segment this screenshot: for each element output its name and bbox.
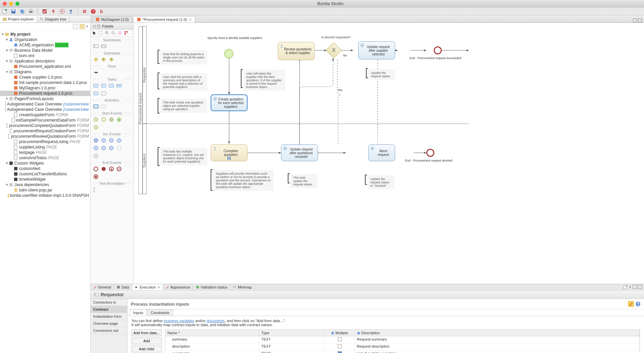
new-icon[interactable] [2, 9, 7, 14]
deploy-icon[interactable] [51, 9, 56, 14]
bonita-icon[interactable]: b [99, 9, 105, 14]
cell-name[interactable]: supplierIds [165, 350, 259, 353]
pool-icon[interactable] [93, 44, 99, 49]
marquee-tool-icon[interactable] [98, 31, 104, 36]
service-task-icon[interactable] [93, 83, 99, 88]
tree-jar-item[interactable]: bonita-userfilter-initiator-impl-1.0.0-S… [0, 193, 90, 198]
end-terminate-icon[interactable] [93, 174, 99, 179]
link-business-variables[interactable]: business variables [164, 319, 194, 323]
save-all-icon[interactable] [19, 9, 25, 14]
tree-widget-item[interactable]: customListTransferButtons [0, 171, 90, 177]
maximize-view-button[interactable] [638, 285, 642, 289]
tree-org-item[interactable]: ACME.organization(active) [0, 42, 90, 48]
lane-icon[interactable] [101, 44, 106, 49]
annotation[interactable]: This task update the request status [290, 174, 317, 188]
tree-diagram-item[interactable]: Procurement request-1.0.proc [0, 91, 90, 96]
cell-name[interactable]: summary [165, 336, 259, 343]
start-timer-icon[interactable] [109, 117, 114, 122]
sequence-flow-icon[interactable] [93, 70, 99, 75]
cell-type[interactable]: TEXT [259, 350, 325, 353]
table-row[interactable]: summary TEXT Request summary [165, 336, 640, 343]
palette-back-icon[interactable]: ◁ [93, 24, 95, 28]
tree-page-item[interactable]: testpagePAGE [0, 150, 90, 155]
tree-diagram-item[interactable]: Init sample procurement data-1.0.proc [0, 80, 90, 85]
int-message-icon[interactable] [116, 138, 122, 143]
task-complete-quotation[interactable]: Complete quotation [211, 144, 248, 161]
start-error-icon[interactable] [93, 125, 99, 130]
int-signal-icon[interactable] [93, 145, 99, 151]
tree-widgets[interactable]: ▼Custom Widgets [0, 161, 90, 166]
tree-page-item[interactable]: procurementReviewQuotationsFormFORM [0, 134, 90, 139]
zoom-out-icon[interactable]: - [111, 31, 116, 36]
call-activity-icon[interactable] [93, 104, 99, 109]
view-menu-icon[interactable]: ▾ [86, 24, 88, 29]
tree-page-item[interactable]: procurementCompleteQuotationFormFORM [0, 123, 90, 128]
task-abort-request[interactable]: Abort request [368, 144, 395, 161]
new-view-icon[interactable]: + [623, 285, 628, 290]
subtab-constraints[interactable]: Constraints [147, 309, 173, 316]
subprocess-icon[interactable] [101, 104, 106, 109]
table-row[interactable]: description TEXT Request description [165, 343, 640, 350]
end-error-icon[interactable] [116, 166, 122, 172]
cell-multiple[interactable] [325, 350, 355, 353]
zoom-in-icon[interactable]: + [105, 31, 110, 36]
section-connectors-out[interactable]: Connectors out [91, 327, 127, 334]
tree-page-item[interactable]: usersAndTodosPAGE [0, 155, 90, 161]
run-icon[interactable] [59, 9, 65, 14]
cell-multiple[interactable] [325, 343, 355, 350]
cell-name[interactable]: description [165, 343, 259, 350]
cell-type[interactable]: TEXT [259, 343, 325, 350]
help-icon[interactable]: ? [91, 9, 96, 14]
abstract-task-icon[interactable] [101, 91, 106, 96]
tree-app-item[interactable]: Procurement_application.xml [0, 64, 90, 69]
tree-app[interactable]: ▼Application descriptors [0, 58, 90, 64]
annotation[interactable]: User will select the supplier with the b… [244, 70, 285, 91]
tab-appearance[interactable]: Appearance [163, 284, 193, 290]
tree-root[interactable]: ▼My project [0, 32, 90, 37]
annotation[interactable]: Update the request status to "Aborted" [368, 175, 394, 189]
tree-page-item[interactable]: supplierListingPAGE [0, 144, 90, 150]
section-connectors-in[interactable]: Connectors in [91, 299, 127, 306]
tree-page-item[interactable]: Autogenerated Case Overview(caseoverview [0, 101, 90, 107]
col-multiple[interactable]: i Multiple [325, 330, 355, 336]
tree-jar-item[interactable]: bdm-client-pojo.jar [0, 187, 90, 193]
int-timer-icon[interactable] [109, 138, 114, 143]
tree-page-item[interactable]: procurementRequestListingPAGE [0, 139, 90, 144]
tree-bdm[interactable]: ▼Business Data Model [0, 48, 90, 53]
tree-pages[interactable]: ▼Pages/Forms/Layouts [0, 96, 90, 101]
int-none-icon[interactable] [93, 153, 99, 159]
tree-organization[interactable]: ▼Organization [0, 37, 90, 42]
start-event[interactable] [224, 49, 233, 58]
text-annotation-icon[interactable] [93, 187, 99, 192]
tree-page-item[interactable]: initSampleProcurementDataFormFORM [0, 118, 90, 123]
close-window-button[interactable] [3, 2, 7, 6]
gateway-xor-icon[interactable] [93, 57, 99, 62]
portal-icon[interactable] [68, 9, 73, 14]
col-type[interactable]: Type [259, 330, 325, 336]
gateway-or-icon[interactable] [109, 57, 114, 62]
add-button[interactable]: Add [131, 338, 162, 344]
close-tab-icon[interactable]: ✕ [157, 285, 160, 289]
edit-form-button[interactable] [628, 301, 634, 307]
cell-description[interactable]: List of suitable suppliers [355, 350, 640, 353]
col-description[interactable]: i Description [355, 330, 640, 336]
tree-widget-item[interactable]: customAlert [0, 166, 90, 171]
annotation[interactable]: Suppliers will provide information such … [213, 170, 274, 191]
start-signal-icon[interactable] [116, 117, 122, 122]
annotation[interactable]: This task has multiple instances (i.e. c… [160, 148, 207, 165]
diagram-canvas[interactable]: Procurement request Requestor Suppliers [133, 23, 644, 284]
maximize-window-button[interactable] [15, 2, 19, 6]
int-throw-icon[interactable] [101, 138, 106, 143]
int-error-icon[interactable] [109, 145, 114, 151]
int-link-icon[interactable] [101, 145, 106, 151]
gateway-is-aborted[interactable]: X [326, 42, 342, 58]
start-message-icon[interactable] [101, 117, 106, 122]
tab-data[interactable]: Data [114, 284, 132, 290]
editor-tab-mydiagram[interactable]: MyDiagram (1.0) [92, 16, 132, 23]
section-contract[interactable]: Contract [91, 306, 127, 313]
link-documents[interactable]: documents [207, 319, 225, 323]
editor-tab-procurement[interactable]: *Procurement request (1.0) ✕ [133, 16, 195, 23]
subtab-inputs[interactable]: Inputs [129, 309, 147, 316]
tree-bdm-item[interactable]: bom.xml [0, 53, 90, 58]
cell-description[interactable]: Request summary [355, 336, 640, 343]
